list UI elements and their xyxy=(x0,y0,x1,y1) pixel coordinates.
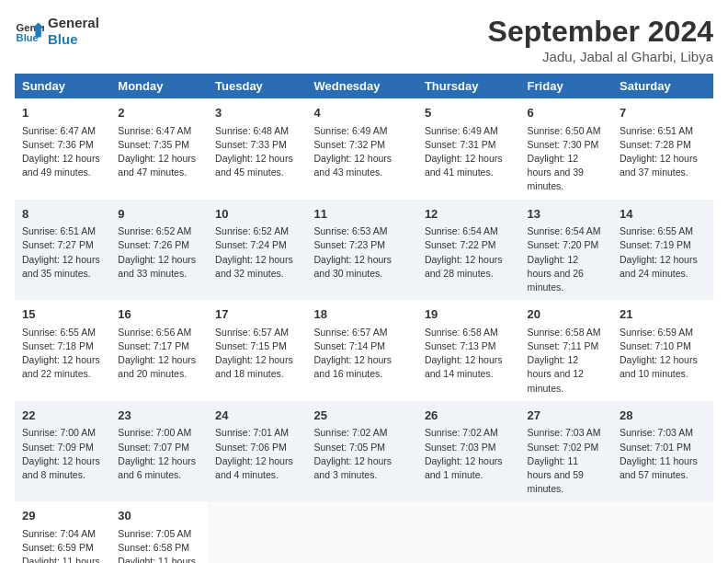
day-number: 8 xyxy=(22,205,103,224)
calendar-cell: 9 Sunrise: 6:52 AMSunset: 7:26 PMDayligh… xyxy=(110,200,208,301)
day-info: Sunrise: 6:55 AMSunset: 7:18 PMDaylight:… xyxy=(22,326,103,382)
day-number: 24 xyxy=(215,407,299,425)
day-number: 17 xyxy=(215,305,299,324)
day-number: 28 xyxy=(620,407,706,425)
calendar-cell: 2 Sunrise: 6:47 AMSunset: 7:35 PMDayligh… xyxy=(110,98,208,200)
calendar-cell: 26 Sunrise: 7:02 AMSunset: 7:03 PMDaylig… xyxy=(417,401,520,502)
day-info: Sunrise: 6:52 AMSunset: 7:24 PMDaylight:… xyxy=(215,224,299,281)
day-info: Sunrise: 6:55 AMSunset: 7:19 PMDaylight:… xyxy=(620,224,706,281)
calendar-cell: 12 Sunrise: 6:54 AMSunset: 7:22 PMDaylig… xyxy=(417,200,520,301)
logo-general: General xyxy=(48,15,99,31)
calendar-cell: 25 Sunrise: 7:02 AMSunset: 7:05 PMDaylig… xyxy=(306,401,416,502)
calendar-cell xyxy=(208,501,306,563)
calendar-cell: 3 Sunrise: 6:48 AMSunset: 7:33 PMDayligh… xyxy=(208,98,306,200)
day-number: 5 xyxy=(425,104,513,122)
day-info: Sunrise: 6:56 AMSunset: 7:17 PMDaylight:… xyxy=(118,326,200,382)
column-header-thursday: Thursday xyxy=(417,74,520,98)
calendar-cell: 21 Sunrise: 6:59 AMSunset: 7:10 PMDaylig… xyxy=(612,300,713,401)
day-number: 15 xyxy=(22,305,103,324)
calendar-cell: 4 Sunrise: 6:49 AMSunset: 7:32 PMDayligh… xyxy=(306,98,416,200)
calendar-table: SundayMondayTuesdayWednesdayThursdayFrid… xyxy=(15,74,713,563)
day-number: 2 xyxy=(118,104,200,122)
calendar-cell: 19 Sunrise: 6:58 AMSunset: 7:13 PMDaylig… xyxy=(417,300,520,401)
day-info: Sunrise: 6:52 AMSunset: 7:26 PMDaylight:… xyxy=(118,224,200,281)
day-number: 19 xyxy=(425,305,513,324)
week-row-3: 15 Sunrise: 6:55 AMSunset: 7:18 PMDaylig… xyxy=(15,300,713,401)
calendar-cell: 8 Sunrise: 6:51 AMSunset: 7:27 PMDayligh… xyxy=(15,200,110,301)
calendar-cell: 15 Sunrise: 6:55 AMSunset: 7:18 PMDaylig… xyxy=(15,300,110,401)
calendar-cell: 18 Sunrise: 6:57 AMSunset: 7:14 PMDaylig… xyxy=(306,300,416,401)
day-number: 25 xyxy=(313,407,409,425)
calendar-cell: 22 Sunrise: 7:00 AMSunset: 7:09 PMDaylig… xyxy=(15,401,110,502)
week-row-1: 1 Sunrise: 6:47 AMSunset: 7:36 PMDayligh… xyxy=(15,98,713,200)
day-info: Sunrise: 6:57 AMSunset: 7:14 PMDaylight:… xyxy=(313,326,409,382)
day-number: 12 xyxy=(425,205,513,224)
column-header-sunday: Sunday xyxy=(15,74,110,98)
day-info: Sunrise: 6:54 AMSunset: 7:22 PMDaylight:… xyxy=(425,224,513,281)
calendar-cell: 30 Sunrise: 7:05 AMSunset: 6:58 PMDaylig… xyxy=(110,501,208,563)
day-info: Sunrise: 6:58 AMSunset: 7:13 PMDaylight:… xyxy=(425,326,513,382)
calendar-cell: 23 Sunrise: 7:00 AMSunset: 7:07 PMDaylig… xyxy=(110,401,208,502)
day-info: Sunrise: 6:51 AMSunset: 7:27 PMDaylight:… xyxy=(22,224,103,281)
day-number: 16 xyxy=(118,305,200,324)
calendar-cell: 6 Sunrise: 6:50 AMSunset: 7:30 PMDayligh… xyxy=(520,98,612,200)
page-subtitle: Jadu, Jabal al Gharbi, Libya xyxy=(488,49,713,64)
day-info: Sunrise: 6:49 AMSunset: 7:31 PMDaylight:… xyxy=(425,124,513,180)
day-info: Sunrise: 6:49 AMSunset: 7:32 PMDaylight:… xyxy=(313,124,409,180)
calendar-cell: 14 Sunrise: 6:55 AMSunset: 7:19 PMDaylig… xyxy=(612,200,713,301)
day-info: Sunrise: 6:51 AMSunset: 7:28 PMDaylight:… xyxy=(620,124,706,180)
calendar-cell xyxy=(612,501,713,563)
day-info: Sunrise: 6:57 AMSunset: 7:15 PMDaylight:… xyxy=(215,326,299,382)
day-number: 27 xyxy=(528,407,605,425)
calendar-cell xyxy=(306,501,416,563)
calendar-cell: 10 Sunrise: 6:52 AMSunset: 7:24 PMDaylig… xyxy=(208,200,306,301)
day-number: 22 xyxy=(22,407,103,425)
column-header-tuesday: Tuesday xyxy=(208,74,306,98)
calendar-cell: 13 Sunrise: 6:54 AMSunset: 7:20 PMDaylig… xyxy=(520,200,612,301)
calendar-cell xyxy=(417,501,520,563)
calendar-cell: 7 Sunrise: 6:51 AMSunset: 7:28 PMDayligh… xyxy=(612,98,713,200)
calendar-cell: 27 Sunrise: 7:03 AMSunset: 7:02 PMDaylig… xyxy=(520,401,612,502)
calendar-cell: 11 Sunrise: 6:53 AMSunset: 7:23 PMDaylig… xyxy=(306,200,416,301)
calendar-cell: 1 Sunrise: 6:47 AMSunset: 7:36 PMDayligh… xyxy=(15,98,110,200)
day-info: Sunrise: 6:58 AMSunset: 7:11 PMDaylight:… xyxy=(528,326,605,396)
day-number: 20 xyxy=(528,305,605,324)
day-number: 21 xyxy=(620,305,706,324)
day-info: Sunrise: 7:05 AMSunset: 6:58 PMDaylight:… xyxy=(118,527,200,563)
day-number: 18 xyxy=(313,305,409,324)
day-number: 1 xyxy=(22,104,103,122)
calendar-cell: 24 Sunrise: 7:01 AMSunset: 7:06 PMDaylig… xyxy=(208,401,306,502)
column-header-monday: Monday xyxy=(110,74,208,98)
day-number: 29 xyxy=(22,507,103,525)
calendar-cell: 16 Sunrise: 6:56 AMSunset: 7:17 PMDaylig… xyxy=(110,300,208,401)
column-header-wednesday: Wednesday xyxy=(306,74,416,98)
column-header-saturday: Saturday xyxy=(612,74,713,98)
day-info: Sunrise: 6:50 AMSunset: 7:30 PMDaylight:… xyxy=(528,124,605,194)
day-number: 13 xyxy=(528,205,605,224)
day-number: 4 xyxy=(313,104,409,122)
day-info: Sunrise: 7:01 AMSunset: 7:06 PMDaylight:… xyxy=(215,426,299,482)
svg-text:Blue: Blue xyxy=(17,32,39,43)
day-info: Sunrise: 6:54 AMSunset: 7:20 PMDaylight:… xyxy=(528,224,605,294)
day-number: 9 xyxy=(118,205,200,224)
logo-blue: Blue xyxy=(48,31,99,48)
day-info: Sunrise: 7:02 AMSunset: 7:03 PMDaylight:… xyxy=(425,426,513,482)
week-row-5: 29 Sunrise: 7:04 AMSunset: 6:59 PMDaylig… xyxy=(15,501,713,563)
day-info: Sunrise: 7:00 AMSunset: 7:07 PMDaylight:… xyxy=(118,426,200,482)
day-number: 26 xyxy=(425,407,513,425)
page-title: September 2024 xyxy=(488,15,713,49)
column-header-friday: Friday xyxy=(520,74,612,98)
day-number: 7 xyxy=(620,104,706,122)
calendar-cell: 29 Sunrise: 7:04 AMSunset: 6:59 PMDaylig… xyxy=(15,501,110,563)
day-info: Sunrise: 7:00 AMSunset: 7:09 PMDaylight:… xyxy=(22,426,103,482)
day-number: 6 xyxy=(528,104,605,122)
calendar-cell xyxy=(520,501,612,563)
week-row-4: 22 Sunrise: 7:00 AMSunset: 7:09 PMDaylig… xyxy=(15,401,713,502)
day-number: 14 xyxy=(620,205,706,224)
day-info: Sunrise: 7:04 AMSunset: 6:59 PMDaylight:… xyxy=(22,527,103,563)
day-number: 3 xyxy=(215,104,299,122)
day-number: 10 xyxy=(215,205,299,224)
calendar-cell: 20 Sunrise: 6:58 AMSunset: 7:11 PMDaylig… xyxy=(520,300,612,401)
day-info: Sunrise: 6:47 AMSunset: 7:35 PMDaylight:… xyxy=(118,124,200,180)
day-info: Sunrise: 6:47 AMSunset: 7:36 PMDaylight:… xyxy=(22,124,103,180)
